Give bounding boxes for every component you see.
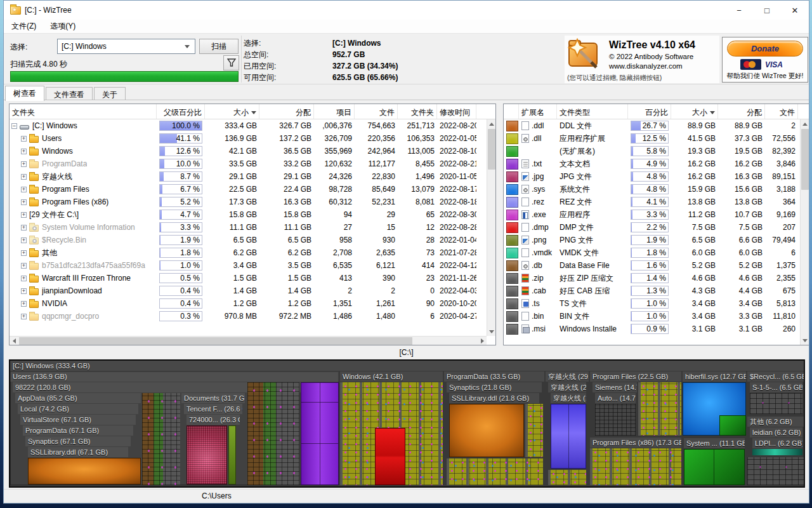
treemap-label-leidian[interactable]: leidian (6.2 GB) xyxy=(750,427,802,438)
treemap-block-right-misc[interactable] xyxy=(747,457,804,485)
header-files[interactable]: 文件 xyxy=(355,104,398,119)
header-items[interactable]: 项目 xyxy=(314,104,355,119)
treemap-label-crossfire1[interactable]: 穿越火线 (29.1 GB) xyxy=(546,371,589,382)
scroll-thumb[interactable] xyxy=(488,129,495,170)
header-ext[interactable]: 扩展名 xyxy=(519,104,557,119)
extension-row[interactable]: .binBIN 文件1.0 %3.4 GB3.3 GB11,810 xyxy=(504,310,809,323)
treemap-block-users-misc[interactable] xyxy=(247,382,299,485)
menu-options[interactable]: 选项(Y) xyxy=(44,20,82,33)
treemap-label-recycle[interactable]: $Recycl... (6.5 GB) xyxy=(747,371,804,382)
tree-expander[interactable]: + xyxy=(21,314,27,319)
treemap-block-program-files-x86[interactable] xyxy=(590,448,681,485)
treemap-label-system[interactable]: System ... (11.1 GB) xyxy=(684,438,745,448)
tree-expander[interactable]: + xyxy=(21,199,27,205)
tree-vertical-scrollbar[interactable] xyxy=(487,119,495,336)
header-ext-files[interactable]: 文件 xyxy=(765,104,798,119)
treemap-label-other[interactable]: 其他 (6.2 GB) xyxy=(747,417,804,427)
treemap-block-programdata-bottom[interactable] xyxy=(447,458,543,485)
tree-expander[interactable]: + xyxy=(21,301,27,307)
treemap-label-siemens[interactable]: Siemens (14.7 GB) xyxy=(593,382,637,392)
treemap-label-root[interactable]: [C:] Windows (333.4 GB) xyxy=(10,361,804,371)
treemap-label-program-files-x86[interactable]: Program Files (x86) (17.3 GB) xyxy=(590,438,681,448)
tree-row[interactable]: +Program Files6.7 %22.5 GB22.4 GB98,7288… xyxy=(10,183,495,196)
tree-row[interactable]: +$Recycle.Bin1.9 %6.5 GB6.5 GB9589302820… xyxy=(10,234,495,246)
treemap-label-appdata[interactable]: AppData (85.2 GB) xyxy=(15,393,141,403)
tree-row[interactable]: +NVIDIA0.4 %1.2 GB1.2 GB1,3511,261902020… xyxy=(10,297,495,310)
scan-button[interactable]: 扫描 xyxy=(199,39,239,54)
extension-row[interactable]: .zip好压 ZIP 压缩文1.4 %4.6 GB4.6 GB2,355 xyxy=(504,272,809,284)
tree-row[interactable]: +Program Files (x86)5.2 %17.3 GB16.3 GB6… xyxy=(10,196,495,208)
treemap-block-programdata-misc[interactable] xyxy=(525,404,543,457)
treemap-block-siemens[interactable] xyxy=(595,404,636,436)
tree-row[interactable]: +ProgramData10.0 %33.5 GB33.2 GB120,6321… xyxy=(10,157,495,170)
scroll-thumb[interactable] xyxy=(801,129,809,190)
tree-expander[interactable]: + xyxy=(21,212,27,218)
tree-expander[interactable]: + xyxy=(21,263,27,269)
tree-row[interactable]: +System Volume Information3.3 %11.1 GB11… xyxy=(10,221,495,234)
treemap-label-hiberfil[interactable]: hiberfil.sys (12.7 GB) xyxy=(683,371,746,382)
treemap-label-programdata-u[interactable]: ProgramData (67.1 GB) xyxy=(23,425,133,436)
treemap-label-tencent[interactable]: Tencent F... (26.6 GB) xyxy=(184,404,242,414)
tree-row[interactable]: +Warcraft III Frozen Throne0.5 %1.5 GB1.… xyxy=(10,272,495,284)
treemap-block-724000[interactable] xyxy=(187,425,227,485)
tree-expander[interactable]: − xyxy=(11,123,17,129)
scroll-right-arrow[interactable] xyxy=(478,337,487,345)
scroll-left-arrow[interactable] xyxy=(10,337,18,345)
extension-row[interactable]: .dll应用程序扩展12.5 %41.5 GB37.3 GB72,556 xyxy=(504,132,809,145)
tree-row[interactable]: +jianpianDownload0.4 %1.4 GB1.4 GB220202… xyxy=(10,284,495,297)
extension-row[interactable]: .txt文本文档4.9 %16.2 GB16.2 GB3,846 xyxy=(504,157,809,170)
treemap-block-ssllibrary[interactable] xyxy=(449,404,524,457)
treemap-block-users-purple[interactable] xyxy=(301,382,339,485)
tree-expander[interactable]: + xyxy=(21,174,27,180)
treemap-label-virtualstore[interactable]: VirtualStore (67.1 GB) xyxy=(20,415,136,425)
extension-row[interactable]: .dmpDMP 文件2.2 %7.5 GB7.5 GB207 xyxy=(504,221,809,234)
treemap-label-724000[interactable]: 724000... (26.3 GB) xyxy=(187,415,240,425)
treemap-label-crossfire3[interactable]: 穿越火线 (17.5 GB) xyxy=(551,393,586,403)
treemap-label-s15[interactable]: S-1-5-... (6.5 GB) xyxy=(750,382,802,392)
treemap-label-windows[interactable]: Windows (42.1 GB) xyxy=(340,371,443,382)
menu-file[interactable]: 文件(Z) xyxy=(5,20,43,33)
drive-select[interactable]: [C:] Windows xyxy=(57,39,195,54)
tree-row[interactable]: +其他1.8 %6.2 GB6.2 GB2,7082,635732021-07-… xyxy=(10,246,495,259)
header-modified[interactable]: 修改时间 xyxy=(437,104,476,119)
header-folder[interactable]: 文件夹 xyxy=(10,104,157,119)
scroll-up-arrow[interactable] xyxy=(487,119,496,128)
treemap[interactable]: [C:] Windows (333.4 GB) Users (136.9 GB)… xyxy=(9,359,805,488)
tree-horizontal-scrollbar[interactable] xyxy=(10,336,487,345)
scroll-up-arrow[interactable] xyxy=(801,119,809,128)
treemap-label-ldpl[interactable]: LDPl... (6.2 GB) xyxy=(752,438,802,448)
treemap-label-program-files[interactable]: Program Files (22.5 GB) xyxy=(590,371,681,382)
extension-row[interactable]: (无扩展名)5.8 %19.3 GB19.5 GB82,392 xyxy=(504,145,809,157)
treemap-block-windows-red[interactable] xyxy=(375,428,405,485)
treemap-label-programdata[interactable]: ProgramData (33.5 GB) xyxy=(444,371,544,382)
tree-expander[interactable]: + xyxy=(21,276,27,281)
header-parent-percent[interactable]: 父级百分比 xyxy=(157,104,205,119)
treemap-label-crossfire2[interactable]: 穿越火线 (29.1 GB) xyxy=(548,382,586,392)
treemap-block-crossfire-misc[interactable] xyxy=(548,470,586,485)
treemap-label-local[interactable]: Local (74.2 GB) xyxy=(18,404,138,414)
header-percent[interactable]: 百分比 xyxy=(628,104,671,119)
scroll-down-arrow[interactable] xyxy=(487,327,496,336)
extension-row[interactable]: .rezREZ 文件4.1 %13.8 GB13.8 GB364 xyxy=(504,196,809,208)
scroll-thumb-h[interactable] xyxy=(19,337,412,345)
extension-row[interactable]: .ddlDDL 文件26.7 %88.9 GB88.9 GB2 xyxy=(504,119,809,132)
treemap-block-system[interactable] xyxy=(684,449,745,485)
treemap-block-appdata-misc[interactable] xyxy=(142,393,180,485)
ext-vertical-scrollbar[interactable] xyxy=(800,119,809,345)
tree-expander[interactable]: + xyxy=(21,136,27,142)
tree-row[interactable]: +Users41.1 %136.9 GB137.2 GB326,709220,3… xyxy=(10,132,495,145)
header-filetype[interactable]: 文件类型 xyxy=(557,104,628,119)
tree-row[interactable]: −[C:] Windows100.0 %333.4 GB326.7 GB,006… xyxy=(10,119,495,132)
treemap-block-docs-green[interactable] xyxy=(228,425,236,485)
extension-row[interactable]: .tsTS 文件1.0 %3.4 GB3.4 GB5,813 xyxy=(504,297,809,310)
treemap-label-synaptics[interactable]: Synaptics (21.8 GB) xyxy=(447,382,542,392)
close-button[interactable]: ✕ xyxy=(781,1,809,20)
treemap-block-hiberfil-green[interactable] xyxy=(719,415,746,436)
tree-expander[interactable]: + xyxy=(21,225,27,231)
tree-expander[interactable]: + xyxy=(21,161,27,167)
tree-expander[interactable]: + xyxy=(21,237,27,243)
treemap-label-ssllibrary-u[interactable]: SSLLibrary.ddl (67.1 GB) xyxy=(28,447,128,457)
extension-row[interactable]: .msiWindows Installe0.9 %3.1 GB3.1 GB260 xyxy=(504,323,809,335)
tab-file-view[interactable]: 文件查看 xyxy=(46,87,93,101)
header-ext-alloc[interactable]: 分配 xyxy=(718,104,765,119)
